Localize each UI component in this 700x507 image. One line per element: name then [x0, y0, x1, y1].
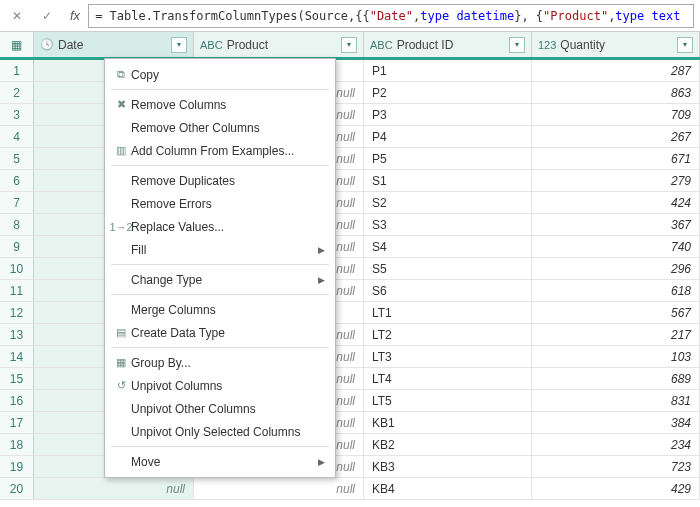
- formula-input[interactable]: = Table.TransformColumnTypes(Source,{{ "…: [88, 4, 694, 28]
- column-header-product-id[interactable]: ABC Product ID ▾: [364, 32, 532, 57]
- group-icon: ▦: [111, 356, 131, 369]
- cell-quantity[interactable]: 287: [532, 60, 700, 81]
- cell-product-id[interactable]: S5: [364, 258, 532, 279]
- cell-product-id[interactable]: KB4: [364, 478, 532, 499]
- cell-product-id[interactable]: P2: [364, 82, 532, 103]
- table-icon[interactable]: ▦: [0, 32, 34, 57]
- menu-copy[interactable]: ⧉ Copy: [105, 63, 335, 86]
- row-index[interactable]: 19: [0, 456, 34, 477]
- cell-product-id[interactable]: S1: [364, 170, 532, 191]
- cell-date[interactable]: null: [34, 478, 194, 499]
- row-index[interactable]: 17: [0, 412, 34, 433]
- cell-quantity[interactable]: 267: [532, 126, 700, 147]
- cell-quantity[interactable]: 279: [532, 170, 700, 191]
- replace-icon: 1→2: [111, 221, 131, 233]
- cell-quantity[interactable]: 831: [532, 390, 700, 411]
- menu-merge-columns[interactable]: Merge Columns: [105, 298, 335, 321]
- cell-quantity[interactable]: 217: [532, 324, 700, 345]
- cancel-icon[interactable]: ✕: [6, 5, 28, 27]
- table-row[interactable]: 20nullnullKB4429: [0, 478, 700, 500]
- cell-quantity[interactable]: 863: [532, 82, 700, 103]
- cell-product-id[interactable]: KB3: [364, 456, 532, 477]
- row-index[interactable]: 5: [0, 148, 34, 169]
- column-header-product[interactable]: ABC Product ▾: [194, 32, 364, 57]
- cell-quantity[interactable]: 429: [532, 478, 700, 499]
- cell-product-id[interactable]: P1: [364, 60, 532, 81]
- menu-unpivot-only-selected[interactable]: Unpivot Only Selected Columns: [105, 420, 335, 443]
- cell-quantity[interactable]: 103: [532, 346, 700, 367]
- cell-quantity[interactable]: 296: [532, 258, 700, 279]
- menu-replace-values[interactable]: 1→2 Replace Values...: [105, 215, 335, 238]
- cell-product-id[interactable]: LT2: [364, 324, 532, 345]
- filter-icon[interactable]: ▾: [509, 37, 525, 53]
- column-label: Date: [58, 38, 167, 52]
- row-index[interactable]: 2: [0, 82, 34, 103]
- menu-group-by[interactable]: ▦ Group By...: [105, 351, 335, 374]
- cell-product-id[interactable]: KB1: [364, 412, 532, 433]
- menu-separator: [111, 347, 329, 348]
- menu-remove-errors[interactable]: Remove Errors: [105, 192, 335, 215]
- column-header-quantity[interactable]: 123 Quantity ▾: [532, 32, 700, 57]
- cell-product-id[interactable]: S4: [364, 236, 532, 257]
- filter-icon[interactable]: ▾: [171, 37, 187, 53]
- cell-product-id[interactable]: LT5: [364, 390, 532, 411]
- row-index[interactable]: 10: [0, 258, 34, 279]
- cell-quantity[interactable]: 709: [532, 104, 700, 125]
- number-type-icon: 123: [538, 39, 556, 51]
- filter-icon[interactable]: ▾: [341, 37, 357, 53]
- row-index[interactable]: 20: [0, 478, 34, 499]
- menu-remove-duplicates[interactable]: Remove Duplicates: [105, 169, 335, 192]
- cell-quantity[interactable]: 567: [532, 302, 700, 323]
- row-index[interactable]: 3: [0, 104, 34, 125]
- cell-quantity[interactable]: 618: [532, 280, 700, 301]
- row-index[interactable]: 6: [0, 170, 34, 191]
- cell-quantity[interactable]: 689: [532, 368, 700, 389]
- menu-label: Move: [131, 455, 318, 469]
- row-index[interactable]: 14: [0, 346, 34, 367]
- menu-fill[interactable]: Fill ▶: [105, 238, 335, 261]
- cell-product[interactable]: null: [194, 478, 364, 499]
- menu-move[interactable]: Move ▶: [105, 450, 335, 473]
- row-index[interactable]: 11: [0, 280, 34, 301]
- cell-product-id[interactable]: KB2: [364, 434, 532, 455]
- cell-quantity[interactable]: 367: [532, 214, 700, 235]
- accept-icon[interactable]: ✓: [36, 5, 58, 27]
- row-index[interactable]: 15: [0, 368, 34, 389]
- cell-product-id[interactable]: P5: [364, 148, 532, 169]
- cell-quantity[interactable]: 424: [532, 192, 700, 213]
- row-index[interactable]: 1: [0, 60, 34, 81]
- cell-product-id[interactable]: S2: [364, 192, 532, 213]
- menu-remove-columns[interactable]: ✖ Remove Columns: [105, 93, 335, 116]
- cell-product-id[interactable]: P4: [364, 126, 532, 147]
- row-index[interactable]: 18: [0, 434, 34, 455]
- cell-product-id[interactable]: P3: [364, 104, 532, 125]
- cell-quantity[interactable]: 723: [532, 456, 700, 477]
- menu-add-column-from-examples[interactable]: ▥ Add Column From Examples...: [105, 139, 335, 162]
- cell-product-id[interactable]: S6: [364, 280, 532, 301]
- row-index[interactable]: 12: [0, 302, 34, 323]
- row-index[interactable]: 8: [0, 214, 34, 235]
- menu-label: Remove Duplicates: [131, 174, 325, 188]
- cell-product-id[interactable]: LT3: [364, 346, 532, 367]
- menu-unpivot-columns[interactable]: ↺ Unpivot Columns: [105, 374, 335, 397]
- menu-unpivot-other-columns[interactable]: Unpivot Other Columns: [105, 397, 335, 420]
- row-index[interactable]: 16: [0, 390, 34, 411]
- row-index[interactable]: 13: [0, 324, 34, 345]
- formula-token: ,: [413, 9, 420, 23]
- menu-create-data-type[interactable]: ▤ Create Data Type: [105, 321, 335, 344]
- menu-change-type[interactable]: Change Type ▶: [105, 268, 335, 291]
- cell-quantity[interactable]: 740: [532, 236, 700, 257]
- row-index[interactable]: 9: [0, 236, 34, 257]
- column-header-date[interactable]: 🕓 Date ▾: [34, 32, 194, 57]
- cell-product-id[interactable]: LT1: [364, 302, 532, 323]
- cell-product-id[interactable]: S3: [364, 214, 532, 235]
- menu-remove-other-columns[interactable]: Remove Other Columns: [105, 116, 335, 139]
- cell-quantity[interactable]: 671: [532, 148, 700, 169]
- cell-product-id[interactable]: LT4: [364, 368, 532, 389]
- submenu-arrow-icon: ▶: [318, 275, 325, 285]
- row-index[interactable]: 7: [0, 192, 34, 213]
- row-index[interactable]: 4: [0, 126, 34, 147]
- cell-quantity[interactable]: 384: [532, 412, 700, 433]
- cell-quantity[interactable]: 234: [532, 434, 700, 455]
- filter-icon[interactable]: ▾: [677, 37, 693, 53]
